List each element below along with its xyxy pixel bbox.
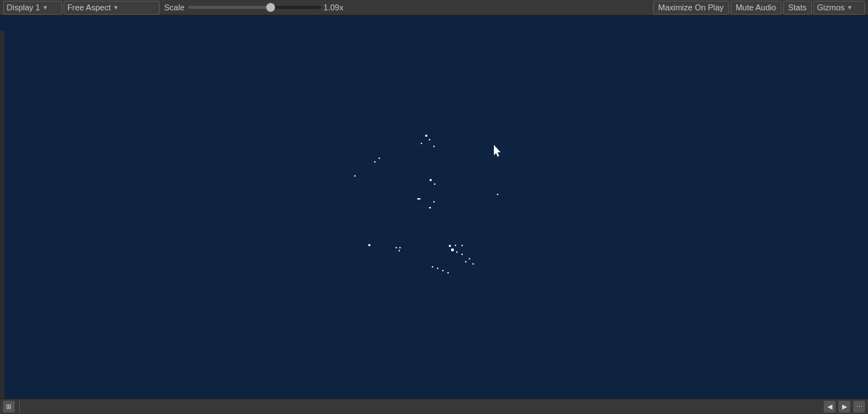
particle (465, 261, 467, 262)
gizmos-chevron-icon: ▼ (847, 4, 852, 11)
maximize-label: Maximize On Play (658, 3, 724, 12)
aspect-label: Free Aspect (67, 3, 111, 12)
particle (461, 245, 463, 246)
particle (379, 157, 380, 159)
stats-button[interactable]: Stats (783, 1, 812, 15)
forward-icon: ▶ (842, 403, 847, 410)
gizmos-dropdown[interactable]: Gizmos ▼ (813, 1, 865, 15)
particle (449, 245, 451, 247)
scale-value: 1.09x (324, 3, 344, 12)
scale-slider[interactable] (188, 6, 321, 9)
particle (399, 247, 401, 248)
particle (447, 272, 449, 274)
particle (455, 245, 456, 246)
status-icon-3[interactable]: ▶ (838, 401, 850, 413)
particle (456, 251, 458, 253)
stats-label: Stats (788, 3, 807, 12)
particle (432, 266, 433, 268)
mute-audio-button[interactable]: Mute Audio (730, 1, 781, 15)
particle (434, 183, 435, 185)
particle (451, 248, 454, 251)
maximize-on-play-button[interactable]: Maximize On Play (653, 1, 729, 15)
aspect-dropdown[interactable]: Free Aspect ▼ (64, 1, 160, 15)
particle (425, 135, 427, 137)
particle (433, 146, 435, 147)
more-icon: ⋯ (856, 403, 863, 410)
status-icon-4[interactable]: ⋯ (853, 401, 865, 413)
grid-icon: ⊞ (6, 403, 12, 410)
particle (469, 258, 470, 259)
particle (433, 201, 435, 203)
cursor-icon (494, 145, 503, 158)
left-handle[interactable] (0, 31, 4, 398)
gizmos-label: Gizmos (817, 3, 844, 12)
toolbar: Display 1 ▼ Free Aspect ▼ Scale 1.09x Ma… (0, 0, 868, 16)
particle (497, 194, 498, 195)
particle (429, 139, 430, 140)
particle (417, 198, 421, 200)
toolbar-right: Maximize On Play Mute Audio Stats Gizmos… (653, 1, 865, 15)
particle (461, 254, 463, 255)
particle (399, 250, 400, 251)
particle (374, 161, 376, 163)
particle (396, 247, 397, 248)
display-dropdown[interactable]: Display 1 ▼ (3, 1, 62, 15)
scale-slider-thumb[interactable] (266, 3, 275, 12)
display-chevron-icon: ▼ (42, 4, 48, 11)
particle (430, 179, 432, 181)
scale-slider-track (188, 6, 268, 9)
particle (368, 244, 370, 246)
game-viewport[interactable] (0, 16, 868, 398)
separator-1 (19, 401, 20, 413)
status-icon-1[interactable]: ⊞ (3, 401, 15, 413)
mute-label: Mute Audio (736, 3, 776, 12)
scale-section: Scale 1.09x (161, 3, 651, 12)
particle (472, 263, 474, 265)
status-bar: ⊞ ◀ ▶ ⋯ (0, 398, 868, 414)
status-icon-2[interactable]: ◀ (824, 401, 835, 413)
display-label: Display 1 (7, 3, 40, 12)
scale-text-label: Scale (164, 3, 185, 12)
particle (437, 268, 438, 269)
back-icon: ◀ (827, 403, 833, 410)
particle (354, 175, 356, 177)
aspect-chevron-icon: ▼ (113, 4, 119, 11)
particle (421, 143, 422, 144)
particle (429, 207, 431, 208)
particle (442, 270, 444, 271)
